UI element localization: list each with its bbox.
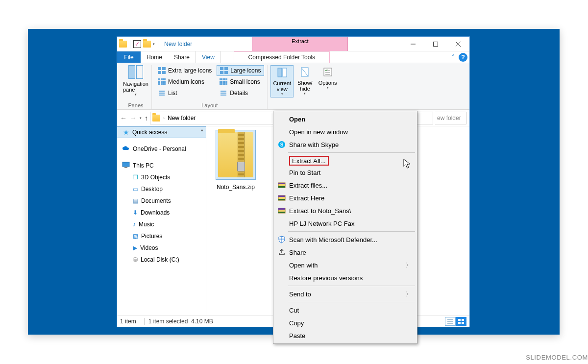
navigation-pane-button[interactable]: Navigation pane ▾ [123,65,148,97]
close-button[interactable] [447,37,469,51]
explorer-window: ✓ ▾ New folder Extract [117,36,470,327]
nav-buttons: ← → ▾ ↑ [120,114,148,122]
file-tile-zip[interactable]: Noto_Sans.zip [213,130,258,191]
checkbox-icon[interactable]: ✓ [133,40,141,48]
ctx-defender[interactable]: Scan with Microsoft Defender... [274,233,416,246]
breadcrumb[interactable]: New folder [168,115,196,121]
layout-details[interactable]: Details [217,88,264,98]
view-large-icons-button[interactable] [456,317,466,326]
chevron-right-icon: › [163,116,165,121]
status-selected: 1 item selected [148,318,188,325]
nav-pane-label: Navigation pane [123,81,148,93]
window-title: New folder [164,41,192,48]
tab-share[interactable]: Share [168,51,196,63]
svg-rect-21 [278,195,285,197]
ctx-hp-fax[interactable]: HP LJ Network PC Fax [274,217,416,230]
minimize-button[interactable] [402,37,424,51]
folder-icon [152,115,160,121]
forward-button[interactable]: → [130,114,137,122]
sidebar-item-3d-objects[interactable]: ❒ 3D Objects [117,171,206,183]
svg-rect-25 [278,212,285,213]
sidebar-item-quick-access[interactable]: ★ Quick access [117,126,206,138]
file-name-label: Noto_Sans.zip [213,184,258,191]
ctx-open[interactable]: Open [274,113,416,125]
menubar: File Home Share View Compressed Folder T… [117,51,469,63]
up-button[interactable]: ↑ [145,114,148,122]
sidebar-item-onedrive[interactable]: OneDrive - Personal [117,143,206,155]
winrar-icon [277,181,286,190]
sidebar-item-music[interactable]: ♪ Music [117,218,206,230]
layout-extra-large-icons[interactable]: Extra large icons [155,65,215,76]
maximize-button[interactable] [424,37,447,51]
tab-home[interactable]: Home [141,51,168,63]
lg-icons-icon [220,67,228,74]
chevron-up-icon: ˄ [452,54,455,61]
sidebar-item-documents[interactable]: ▤ Documents [117,195,206,207]
svg-rect-8 [324,68,332,76]
scroll-up-icon[interactable]: ▴ [198,126,206,315]
ctx-open-with[interactable]: Open with 〉 [274,259,416,271]
tab-view[interactable]: View [196,51,221,63]
layout-small-icons[interactable]: Small icons [217,76,264,87]
ctx-copy[interactable]: Copy [274,316,416,329]
current-view-icon [276,67,288,78]
svg-rect-24 [278,208,285,210]
chevron-down-icon: ▾ [281,92,283,96]
sidebar-item-desktop[interactable]: ▭ Desktop [117,183,206,195]
ctx-restore-versions[interactable]: Restore previous versions [274,271,416,284]
svg-text:S: S [280,142,284,147]
watermark: SLIDEMODEL.COM [526,354,588,361]
current-view-button[interactable]: Current view ▾ [270,65,294,97]
layout-list[interactable]: List [155,88,215,98]
chevron-down-icon: ▾ [327,86,329,90]
ctx-send-to[interactable]: Send to 〉 [274,288,416,300]
show-hide-button[interactable]: Show/ hide ▾ [295,65,315,97]
dropdown-icon[interactable]: ▾ [153,42,155,46]
chevron-down-icon: ▾ [304,92,306,96]
titlebar: ✓ ▾ New folder Extract [117,37,469,51]
layout-medium-icons[interactable]: Medium icons [155,76,215,87]
sidebar-item-local-disk[interactable]: ⛁ Local Disk (C:) [117,254,206,266]
sidebar-item-this-pc[interactable]: This PC [117,160,206,171]
cube-icon: ❒ [133,174,138,181]
ctx-extract-here[interactable]: Extract Here [274,192,416,204]
download-icon: ⬇ [133,209,138,216]
annotation-highlight: Extract All... [289,156,329,166]
sidebar-item-videos[interactable]: ▶ Videos [117,242,206,254]
ribbon-collapse[interactable]: ˄ ? [452,51,469,63]
help-icon[interactable]: ? [459,53,467,62]
view-details-button[interactable] [445,317,456,326]
sidebar-item-pictures[interactable]: ▧ Pictures [117,230,206,242]
ctx-extract-files[interactable]: Extract files... [274,179,416,192]
file-menu[interactable]: File [117,51,141,63]
ctx-share-skype[interactable]: S Share with Skype [274,138,416,151]
ctx-paste[interactable]: Paste [274,329,416,342]
history-dropdown[interactable]: ▾ [140,116,142,120]
sidebar-item-downloads[interactable]: ⬇ Downloads [117,207,206,218]
ctx-extract-to[interactable]: Extract to Noto_Sans\ [274,204,416,217]
back-button[interactable]: ← [120,114,127,122]
current-view-label: Current view [273,80,291,92]
quick-access-toolbar: ✓ ▾ New folder [117,37,192,51]
layout-chooser: Extra large icons Large icons Medium ico… [155,65,264,98]
ctx-cut[interactable]: Cut [274,304,416,316]
ctx-extract-all[interactable]: Extract All... [274,154,416,166]
show-hide-icon [299,66,311,78]
options-button[interactable]: Options ▾ [317,65,339,91]
svg-rect-9 [122,162,129,167]
ctx-pin-to-start[interactable]: Pin to Start [274,166,416,179]
search-input[interactable]: ew folder [435,112,466,124]
ribbon: Navigation pane ▾ Panes Extra large icon… [117,63,469,110]
sidebar-item-label: Desktop [141,186,163,193]
ribbon-group-layout: Extra large icons Large icons Medium ico… [151,65,267,109]
layout-large-icons[interactable]: Large icons [217,65,264,76]
ctx-share[interactable]: Share [274,246,416,259]
tab-compressed-tools[interactable]: Compressed Folder Tools [234,51,330,63]
context-tab-extract[interactable]: Extract [252,37,348,51]
sidebar-item-label: Local Disk (C:) [141,256,179,263]
desktop-icon: ▭ [133,186,138,193]
pictures-icon: ▧ [133,233,138,240]
details-icon [220,90,227,97]
folder-icon [119,41,127,48]
ctx-open-new-window[interactable]: Open in new window [274,125,416,138]
